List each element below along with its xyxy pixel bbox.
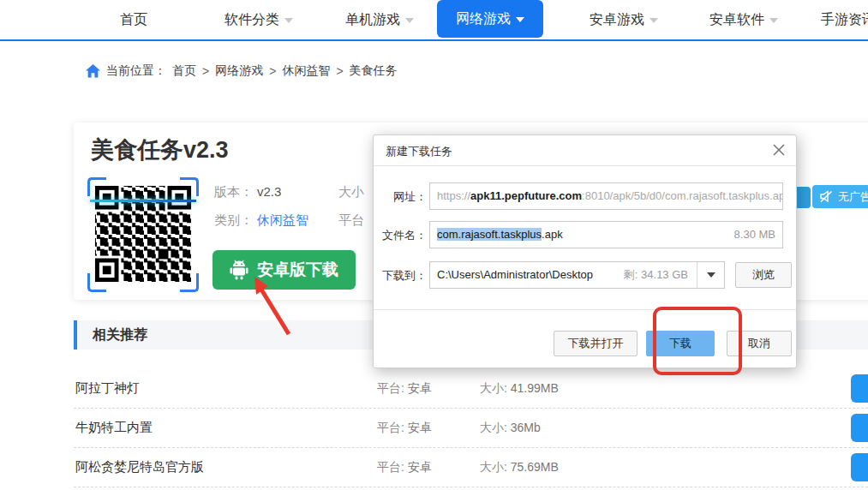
chevron-down-icon	[516, 17, 524, 22]
page: 首页 软件分类 单机游戏 网络游戏 安卓游戏 安卓软件 手游资讯 当前位置： 首…	[0, 0, 868, 490]
destination-path: C:\Users\Administrator\Desktop	[437, 268, 593, 281]
muted-ads-icon	[819, 190, 834, 203]
qr-frame-corner	[87, 273, 106, 292]
url-scheme: https://	[437, 189, 470, 202]
android-download-label: 安卓版下载	[257, 259, 338, 281]
url-input[interactable]: https://apk11.pepfuture.com:8010/apk/5b/…	[429, 182, 783, 210]
qr-scan-line	[90, 200, 196, 202]
android-download-button[interactable]: 安卓版下载	[213, 250, 356, 290]
chevron-down-icon	[707, 272, 715, 278]
category-label: 类别：	[214, 212, 253, 229]
version-label: 版本：	[214, 184, 253, 200]
nav-item-pc-games[interactable]: 单机游戏	[345, 0, 414, 39]
nav-label: 单机游戏	[345, 12, 400, 27]
platform-label: 平台	[338, 212, 364, 229]
category-link[interactable]: 休闲益智	[257, 212, 308, 229]
destination-label: 下载到：	[374, 268, 427, 284]
list-item: 牛奶特工内置 平台: 安卓 大小: 36Mb	[74, 409, 868, 448]
url-rest: :8010/apk/5b/d0/com.rajasoft.taskplus.ap	[582, 189, 783, 202]
related-header-label: 相关推荐	[93, 326, 147, 344]
file-size: 8.30 MB	[734, 222, 775, 248]
related-download-button[interactable]	[851, 414, 868, 442]
nav-label: 网络游戏	[456, 11, 511, 26]
nav-item-home[interactable]: 首页	[120, 0, 147, 39]
size-label: 大小	[338, 184, 364, 200]
related-list: 阿拉丁神灯 平台: 安卓 大小: 41.99MB 牛奶特工内置 平台: 安卓 大…	[74, 369, 868, 487]
qr-frame-corner	[180, 177, 199, 196]
qr-frame-corner	[180, 273, 199, 292]
qr-code-image	[93, 183, 194, 284]
nav-label: 安卓游戏	[590, 12, 644, 27]
related-item-name[interactable]: 阿松贪婪尼特岛官方版	[75, 459, 204, 475]
dialog-footer-divider	[374, 309, 796, 310]
qr-frame-corner	[87, 177, 106, 196]
qr-code	[87, 177, 199, 292]
top-nav: 首页 软件分类 单机游戏 网络游戏 安卓游戏 安卓软件 手游资讯	[0, 0, 868, 41]
breadcrumb-link-online-games[interactable]: 网络游戏	[215, 63, 263, 79]
list-item: 阿拉丁神灯 平台: 安卓 大小: 41.99MB	[74, 369, 868, 409]
nav-label: 安卓软件	[709, 12, 764, 27]
no-ads-badge[interactable]: 无广告	[812, 185, 868, 208]
download-button[interactable]: 下载	[646, 331, 715, 356]
related-item-size: 大小: 36Mb	[480, 421, 541, 436]
filename-input[interactable]: com.rajasoft.taskplus.apk 8.30 MB	[429, 221, 783, 248]
home-icon	[86, 64, 100, 78]
breadcrumb-link-home[interactable]: 首页	[172, 63, 196, 79]
list-item: 阿松贪婪尼特岛官方版 平台: 安卓 大小: 75.69MB	[74, 448, 868, 487]
related-item-size: 大小: 75.69MB	[480, 460, 559, 475]
filename-extension: .apk	[542, 228, 563, 241]
url-host: apk11.pepfuture.com	[470, 189, 582, 202]
download-and-open-button[interactable]: 下载并打开	[554, 331, 638, 356]
free-space: 剩: 34.13 GB	[624, 262, 688, 288]
related-download-button[interactable]	[851, 453, 868, 481]
related-download-button[interactable]	[851, 374, 868, 403]
nav-item-software-category[interactable]: 软件分类	[224, 0, 293, 39]
destination-input[interactable]: C:\Users\Administrator\Desktop 剩: 34.13 …	[429, 261, 725, 289]
breadcrumb-link-casual-puzzle[interactable]: 休闲益智	[282, 63, 330, 79]
breadcrumb-separator: >	[269, 64, 276, 78]
related-item-platform: 平台: 安卓	[377, 460, 432, 475]
url-label: 网址：	[374, 189, 427, 205]
breadcrumb-prefix: 当前位置：	[106, 63, 166, 79]
new-download-task-dialog: 新建下载任务 网址： https://apk11.pepfuture.com:8…	[373, 134, 797, 368]
page-title: 美食任务v2.3	[91, 134, 229, 165]
filename-label: 文件名：	[374, 228, 427, 243]
related-item-name[interactable]: 牛奶特工内置	[75, 420, 153, 436]
chevron-down-icon	[405, 18, 414, 23]
related-item-name[interactable]: 阿拉丁神灯	[75, 380, 140, 397]
chevron-down-icon	[769, 18, 778, 23]
nav-item-android-games[interactable]: 安卓游戏	[590, 0, 658, 39]
version-value: v2.3	[257, 184, 281, 199]
related-item-size: 大小: 41.99MB	[480, 381, 559, 397]
nav-item-android-software[interactable]: 安卓软件	[709, 0, 778, 39]
cancel-button[interactable]: 取消	[727, 331, 792, 356]
nav-item-online-games[interactable]: 网络游戏	[437, 0, 543, 38]
chevron-down-icon	[284, 18, 293, 23]
nav-item-mobile-news[interactable]: 手游资讯	[821, 0, 868, 39]
chevron-down-icon	[650, 18, 658, 23]
related-item-platform: 平台: 安卓	[377, 381, 432, 397]
filename-selected-text: com.rajasoft.taskplus	[437, 228, 542, 241]
related-item-platform: 平台: 安卓	[377, 421, 432, 436]
browse-button[interactable]: 浏览	[735, 262, 792, 288]
destination-dropdown-button[interactable]	[697, 262, 724, 288]
android-icon	[230, 260, 248, 280]
breadcrumb-separator: >	[202, 64, 209, 78]
nav-label: 软件分类	[224, 12, 279, 27]
breadcrumb-current: 美食任务	[350, 63, 398, 79]
close-icon[interactable]	[772, 143, 786, 157]
dialog-header: 新建下载任务	[374, 135, 796, 166]
breadcrumb: 当前位置： 首页 > 网络游戏 > 休闲益智 > 美食任务	[86, 63, 398, 79]
breadcrumb-separator: >	[336, 64, 343, 78]
no-ads-label: 无广告	[838, 189, 868, 205]
dialog-title: 新建下载任务	[386, 144, 452, 159]
